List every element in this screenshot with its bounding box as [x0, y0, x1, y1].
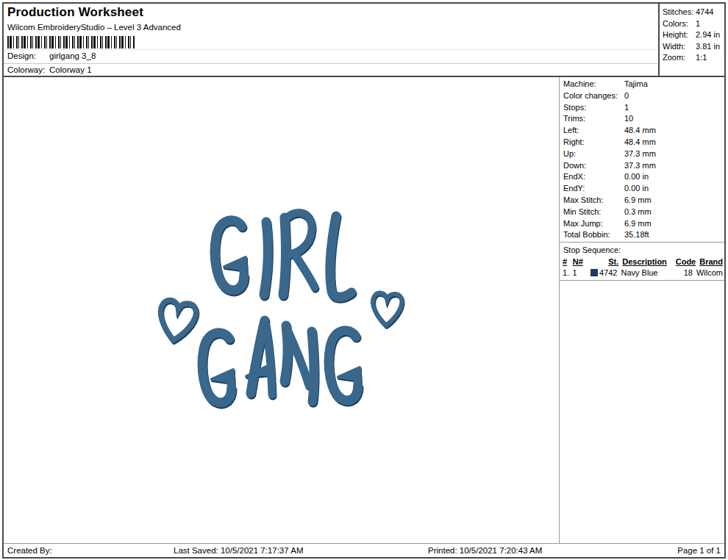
- info-row-up: Up:37.3 mm: [560, 148, 724, 160]
- design-row: Design: girlgang 3_8: [4, 49, 657, 64]
- letter-G: [215, 220, 246, 290]
- colorway-row: Colorway: Colorway 1: [4, 63, 657, 76]
- info-value: 0.3 mm: [624, 207, 724, 218]
- stat-label: Zoom:: [663, 52, 696, 64]
- info-label: Min Stitch:: [563, 207, 624, 218]
- last-saved-text: Last Saved: 10/5/2021 7:17:37 AM: [174, 546, 303, 555]
- letter-R: [283, 212, 315, 295]
- page-number: Page 1 of 1: [677, 546, 721, 555]
- stat-row-zoom: Zoom: 1:1: [660, 52, 724, 64]
- info-value: Tajima: [624, 79, 724, 90]
- info-row-machine: Machine:Tajima: [560, 79, 724, 90]
- info-value: 37.3 mm: [624, 148, 724, 160]
- info-value: 48.4 mm: [624, 125, 724, 137]
- info-label: Left:: [563, 125, 624, 137]
- heart-right-icon: [371, 292, 403, 327]
- col-brand: Brand: [696, 256, 723, 268]
- stop-sequence-data-row: 1. 1 4742 Navy Blue 18 Wilcom: [563, 268, 723, 279]
- info-label: Down:: [563, 160, 624, 172]
- stop-sequence-title: Stop Sequence:: [560, 243, 724, 256]
- info-row-endy: EndY:0.00 in: [560, 183, 724, 195]
- col-needle: N#: [573, 256, 586, 268]
- info-value: 6.9 mm: [624, 218, 724, 230]
- stat-label: Width:: [663, 41, 696, 53]
- thread-color-swatch: [590, 269, 598, 276]
- letter-A: [246, 320, 272, 395]
- word-gang: [202, 320, 360, 403]
- production-worksheet-page: Production Worksheet Wilcom EmbroiderySt…: [0, 0, 728, 560]
- cell-brand: Wilcom: [693, 268, 723, 279]
- design-value: girlgang 3_8: [49, 51, 96, 64]
- info-value: 6.9 mm: [624, 195, 724, 207]
- info-label: EndY:: [563, 183, 624, 195]
- design-preview-area: [4, 77, 557, 543]
- stat-row-stitches: Stitches: 4744: [660, 7, 724, 18]
- info-value: 0.00 in: [624, 171, 724, 183]
- word-girl: [215, 212, 351, 297]
- info-row-max-jump: Max Jump:6.9 mm: [560, 218, 724, 230]
- stat-value: 1: [696, 18, 724, 30]
- stat-value: 3.81 in: [696, 41, 724, 53]
- info-label: Up:: [563, 148, 624, 160]
- info-row-color-changes: Color changes:0: [560, 90, 724, 102]
- info-value: 0.00 in: [624, 183, 724, 195]
- stop-sequence-table: # N# St. Description Code Brand 1. 1 474…: [560, 256, 724, 281]
- app-subtitle: Wilcom EmbroideryStudio – Level 3 Advanc…: [7, 23, 181, 32]
- machine-info-section: Machine:Tajima Color changes:0 Stops:1 T…: [560, 77, 724, 243]
- stat-value: 4744: [696, 7, 724, 18]
- info-value: 1: [624, 102, 724, 114]
- col-st: St.: [585, 256, 618, 268]
- stat-value: 2.94 in: [696, 29, 724, 41]
- letter-N: [285, 326, 314, 401]
- info-value: 37.3 mm: [624, 160, 724, 172]
- worksheet-sheet: Production Worksheet Wilcom EmbroiderySt…: [2, 2, 726, 559]
- info-row-max-stitch: Max Stitch:6.9 mm: [560, 195, 724, 207]
- info-label: Trims:: [563, 113, 624, 125]
- cell-code: 18: [673, 268, 693, 279]
- colorway-label: Colorway:: [7, 65, 49, 76]
- cell-needle: 1: [572, 268, 585, 279]
- stat-row-height: Height: 2.94 in: [660, 29, 724, 41]
- info-value: 48.4 mm: [624, 137, 724, 148]
- info-value: 10: [624, 113, 724, 125]
- info-value: 35.18ft: [624, 229, 724, 241]
- stop-sequence-header-row: # N# St. Description Code Brand: [563, 256, 723, 268]
- info-row-min-stitch: Min Stitch:0.3 mm: [560, 207, 724, 218]
- stat-label: Colors:: [663, 18, 696, 30]
- info-row-total-bobbin: Total Bobbin:35.18ft: [560, 229, 724, 241]
- info-row-stops: Stops:1: [560, 102, 724, 114]
- header-band: Production Worksheet Wilcom EmbroiderySt…: [4, 4, 724, 77]
- created-by-label: Created By:: [7, 546, 52, 555]
- embroidery-design: [4, 77, 557, 543]
- col-description: Description: [618, 256, 675, 268]
- info-label: Stops:: [563, 102, 624, 114]
- col-code: Code: [676, 256, 696, 268]
- cell-st: 4742: [585, 268, 618, 279]
- info-label: EndX:: [563, 171, 624, 183]
- stat-value: 1:1: [696, 52, 724, 64]
- info-label: Max Jump:: [563, 218, 624, 230]
- info-label: Total Bobbin:: [563, 229, 624, 241]
- page-title: Production Worksheet: [7, 5, 143, 20]
- info-label: Max Stitch:: [563, 195, 624, 207]
- colorway-value: Colorway 1: [49, 65, 92, 76]
- machine-info-panel: Machine:Tajima Color changes:0 Stops:1 T…: [559, 77, 724, 543]
- summary-stats-box: Stitches: 4744 Colors: 1 Height: 2.94 in…: [658, 4, 724, 76]
- letter-I: [264, 222, 268, 295]
- footer-bar: Created By: Last Saved: 10/5/2021 7:17:3…: [4, 543, 724, 558]
- letter-G: [202, 333, 233, 403]
- stat-row-colors: Colors: 1: [660, 18, 724, 30]
- info-label: Machine:: [563, 79, 624, 90]
- info-row-right: Right:48.4 mm: [560, 137, 724, 148]
- info-label: Right:: [563, 137, 624, 148]
- barcode: [7, 36, 135, 49]
- stat-row-width: Width: 3.81 in: [660, 41, 724, 53]
- info-row-down: Down:37.3 mm: [560, 160, 724, 172]
- printed-text: Printed: 10/5/2021 7:20:43 AM: [428, 546, 542, 555]
- info-row-left: Left:48.4 mm: [560, 125, 724, 137]
- letter-G: [329, 331, 360, 401]
- info-row-endx: EndX:0.00 in: [560, 171, 724, 183]
- letter-L: [330, 216, 351, 297]
- stat-label: Height:: [663, 29, 696, 41]
- cell-description: Navy Blue: [618, 268, 674, 279]
